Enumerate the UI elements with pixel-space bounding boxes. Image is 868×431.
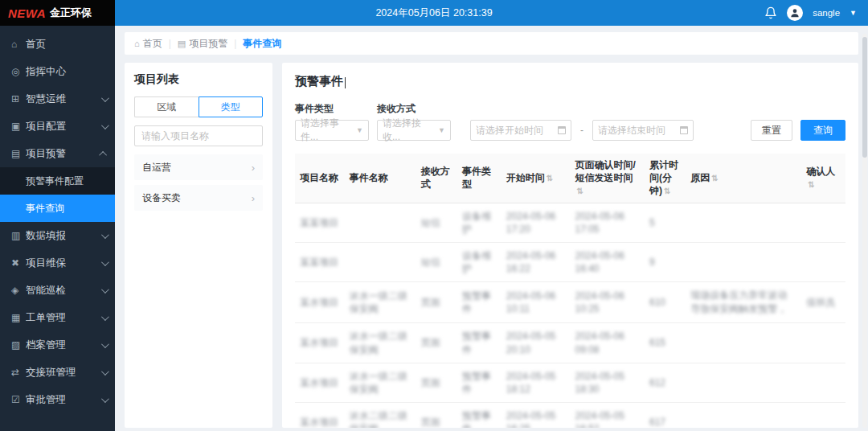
column-header: 事件类型: [457, 154, 502, 203]
filter-bar: 事件类型 请选择事件... ▼ 接收方式 请选择接收... ▼ 请选择开始时间: [295, 102, 845, 141]
sidebar-item-data-report[interactable]: ▥数据填报: [0, 222, 115, 249]
project-list-panel: 项目列表 区域类型 自运营›设备买卖›: [125, 63, 272, 428]
cell-minutes: 9: [645, 242, 686, 281]
smart-ops-icon: ⊞: [11, 93, 26, 105]
sidebar-item-alert-event-config[interactable]: 预警事件配置: [0, 167, 115, 195]
table-row: 某水项目浓水一级二级保安阀页面预警事件2024-05-05 20:102024-…: [295, 323, 845, 363]
receive-method-select[interactable]: 请选择接收... ▼: [377, 120, 451, 141]
column-header: 项目名称: [295, 154, 345, 203]
user-avatar-icon[interactable]: [787, 5, 803, 21]
cell-confirmer: [801, 403, 845, 428]
page-scrollbar[interactable]: [862, 34, 867, 428]
work-order-icon: ▦: [11, 312, 26, 323]
main-content: ⌂首页|▤项目预警|事件查询 项目列表 区域类型 自运营›设备买卖› 预警事件 …: [115, 26, 868, 431]
breadcrumb-label: 项目预警: [189, 37, 227, 51]
user-menu-caret-icon[interactable]: ▼: [850, 9, 857, 17]
tab-区域[interactable]: 区域: [134, 96, 199, 117]
end-date-picker[interactable]: 请选择结束时间: [592, 120, 694, 141]
cell-project: 某水项目: [295, 403, 345, 428]
cell-reason: [686, 323, 801, 363]
breadcrumb-item-event-query[interactable]: 事件查询: [243, 37, 281, 51]
cell-minutes: 5: [645, 203, 686, 242]
cell-text: 某水项目: [300, 337, 338, 348]
cell-receive: 短信: [416, 242, 457, 281]
sidebar-menu: ⌂首页◎指挥中心⊞智慧运维▣项目配置▤项目预警预警事件配置事件查询▥数据填报✖项…: [0, 26, 115, 431]
reset-button[interactable]: 重置: [751, 120, 792, 141]
breadcrumb-item-project-alert[interactable]: ▤项目预警: [178, 37, 227, 51]
alert-events-panel: 预警事件 事件类型 请选择事件... ▼ 接收方式 请选择接收... ▼: [282, 63, 858, 428]
cell-text: 短信: [421, 217, 440, 228]
cell-confirmer: 值班员: [801, 282, 845, 323]
query-button[interactable]: 查询: [800, 120, 845, 141]
cell-text: 2024-05-05 18:30: [575, 371, 624, 395]
sidebar-item-approval[interactable]: ☑审批管理: [0, 386, 115, 413]
start-date-picker[interactable]: 请选择开始时间: [470, 120, 571, 141]
project-maintenance-icon: ✖: [11, 257, 26, 269]
column-header[interactable]: 页面确认时间/短信发送时间⇅: [570, 154, 644, 203]
column-header: 事件名称: [345, 154, 416, 203]
sidebar-item-shift-management[interactable]: ⇄交接班管理: [0, 359, 115, 386]
cell-text: 值班员: [806, 297, 835, 308]
sidebar-item-home[interactable]: ⌂首页: [0, 31, 115, 58]
column-header[interactable]: 确认人⇅: [801, 154, 845, 203]
chevron-down-icon: [101, 231, 109, 239]
table-header-row: 项目名称事件名称接收方式事件类型开始时间⇅页面确认时间/短信发送时间⇅累计时间(…: [295, 154, 845, 203]
cell-text: 浓水一级二级保安阀: [350, 290, 407, 314]
logo-cn-text: 金正环保: [50, 6, 92, 20]
table-row: 某某项目短信设备维护2024-05-06 17:202024-05-06 17:…: [295, 203, 845, 242]
cell-confirmer: [801, 323, 845, 363]
sort-icon[interactable]: ⇅: [547, 174, 553, 183]
sidebar-item-archive[interactable]: ▨档案管理: [0, 331, 115, 359]
cell-text: 2024-05-05 16:52: [575, 410, 624, 428]
event-type-select[interactable]: 请选择事件... ▼: [295, 120, 369, 141]
cell-receive: 短信: [416, 203, 457, 242]
sort-icon[interactable]: ⇅: [576, 187, 583, 195]
sidebar-item-command-center[interactable]: ◎指挥中心: [0, 58, 115, 85]
tree-item[interactable]: 自运营›: [134, 154, 263, 180]
cell-text: 某水项目: [300, 377, 338, 388]
cell-text: 9: [649, 257, 655, 268]
cell-receive: 页面: [416, 282, 457, 323]
column-header[interactable]: 累计时间(分钟)⇅: [645, 154, 686, 203]
chevron-right-icon: ›: [252, 162, 255, 174]
start-date-value: 请选择开始时间: [476, 124, 543, 138]
sidebar-item-work-order[interactable]: ▦工单管理: [0, 304, 115, 331]
sidebar-item-project-maintenance[interactable]: ✖项目维保: [0, 249, 115, 277]
cell-text: 2024-05-06 09:08: [575, 330, 624, 355]
cell-confirm: 2024-05-06 16:40: [570, 242, 644, 281]
home-icon: ⌂: [11, 39, 26, 50]
notification-bell-icon[interactable]: [764, 6, 777, 19]
chevron-down-icon: [101, 313, 109, 321]
cell-receive: 页面: [416, 323, 457, 363]
column-header[interactable]: 开始时间⇅: [502, 154, 571, 203]
sort-icon[interactable]: ⇅: [664, 187, 670, 195]
column-header[interactable]: 原因⇅: [686, 154, 801, 203]
tab-类型[interactable]: 类型: [199, 96, 264, 117]
cell-text: 某某项目: [300, 217, 338, 228]
tree-item[interactable]: 设备买卖›: [134, 185, 263, 211]
table-row: 某水项目浓水一级二级保安阀页面预警事件2024-05-05 18:122024-…: [295, 363, 845, 402]
sidebar-item-project-config[interactable]: ▣项目配置: [0, 113, 115, 140]
cell-type: 设备维护: [457, 203, 502, 242]
cell-text: 610: [649, 297, 665, 308]
sidebar-item-smart-inspection[interactable]: ◈智能巡检: [0, 277, 115, 304]
sidebar-item-event-query[interactable]: 事件查询: [0, 195, 115, 222]
cell-event: 浓水二级二级保安阀: [345, 403, 416, 428]
sidebar-item-label: 项目预警: [26, 147, 101, 161]
username-label[interactable]: sangle: [813, 8, 840, 18]
logo-text: NEWA: [8, 6, 46, 20]
cell-minutes: 617: [645, 403, 686, 428]
cell-text: 617: [649, 417, 665, 428]
sort-icon[interactable]: ⇅: [808, 180, 814, 189]
cell-text: 设备维护: [462, 250, 491, 274]
tree-item-label: 设备买卖: [142, 191, 181, 205]
sidebar-item-project-alert[interactable]: ▤项目预警: [0, 140, 115, 167]
breadcrumb-item-home[interactable]: ⌂首页: [134, 37, 162, 51]
project-search-input[interactable]: [134, 125, 263, 146]
calendar-icon: [680, 126, 688, 134]
sort-icon[interactable]: ⇅: [711, 174, 718, 183]
sidebar-item-smart-ops[interactable]: ⊞智慧运维: [0, 85, 115, 113]
scrollbar-thumb[interactable]: [862, 37, 867, 158]
cell-text: 2024-05-06 10:25: [575, 290, 624, 314]
cell-minutes: 610: [645, 282, 686, 323]
